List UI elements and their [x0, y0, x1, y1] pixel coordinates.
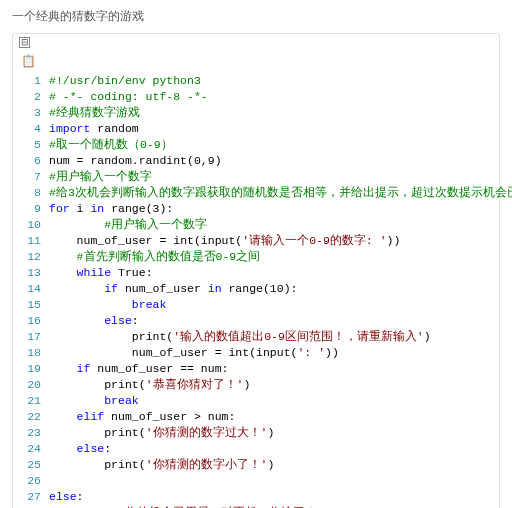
code-line: 26: [13, 473, 499, 489]
code-line: 16 else:: [13, 313, 499, 329]
code-toolbar-copy: 📋: [13, 51, 499, 71]
line-number: 1: [13, 73, 49, 89]
code-line: 24 else:: [13, 441, 499, 457]
code-line: 27else:: [13, 489, 499, 505]
line-number: 20: [13, 377, 49, 393]
code-line: 21 break: [13, 393, 499, 409]
copy-icon[interactable]: 📋: [19, 54, 36, 68]
line-number: 11: [13, 233, 49, 249]
code-line: 20 print('恭喜你猜对了！'): [13, 377, 499, 393]
line-code: while True:: [49, 265, 499, 281]
code-lines: 1#!/usr/bin/env python32# -*- coding: ut…: [13, 71, 499, 508]
line-number: 14: [13, 281, 49, 297]
line-code: import random: [49, 121, 499, 137]
code-line: 25 print('你猜测的数字小了！'): [13, 457, 499, 473]
code-line: 14 if num_of_user in range(10):: [13, 281, 499, 297]
line-code: #取一个随机数（0-9）: [49, 137, 499, 153]
line-number: 25: [13, 457, 49, 473]
code-line: 19 if num_of_user == num:: [13, 361, 499, 377]
line-code: # -*- coding: utf-8 -*-: [49, 89, 499, 105]
code-line: 15 break: [13, 297, 499, 313]
code-line: 9for i in range(3):: [13, 201, 499, 217]
code-block: ⊟ 📋 1#!/usr/bin/env python32# -*- coding…: [12, 33, 500, 508]
code-line: 11 num_of_user = int(input('请输入一个0-9的数字:…: [13, 233, 499, 249]
line-code: print('输入的数值超出0-9区间范围！，请重新输入'): [49, 329, 499, 345]
line-number: 24: [13, 441, 49, 457]
collapse-icon[interactable]: ⊟: [19, 37, 30, 48]
line-number: 2: [13, 89, 49, 105]
line-code: num_of_user = int(input(': ')): [49, 345, 499, 361]
line-code: if num_of_user == num:: [49, 361, 499, 377]
line-code: [49, 473, 499, 489]
code-line: 6num = random.randint(0,9): [13, 153, 499, 169]
line-number: 5: [13, 137, 49, 153]
line-number: 17: [13, 329, 49, 345]
line-number: 7: [13, 169, 49, 185]
line-number: 18: [13, 345, 49, 361]
line-code: break: [49, 297, 499, 313]
line-code: elif num_of_user > num:: [49, 409, 499, 425]
code-line: 2# -*- coding: utf-8 -*-: [13, 89, 499, 105]
code-line: 5#取一个随机数（0-9）: [13, 137, 499, 153]
code-line: 18 num_of_user = int(input(': ')): [13, 345, 499, 361]
line-code: else:: [49, 441, 499, 457]
line-number: 12: [13, 249, 49, 265]
line-code: num = random.randint(0,9): [49, 153, 499, 169]
code-line: 1#!/usr/bin/env python3: [13, 73, 499, 89]
code-line: 8#给3次机会判断输入的数字跟获取的随机数是否相等，并给出提示，超过次数提示机会…: [13, 185, 499, 201]
line-number: 23: [13, 425, 49, 441]
line-number: 13: [13, 265, 49, 281]
line-code: print('你猜测的数字过大！'): [49, 425, 499, 441]
line-number: 16: [13, 313, 49, 329]
code-line: 7#用户输入一个数字: [13, 169, 499, 185]
line-code: #经典猜数字游戏: [49, 105, 499, 121]
code-line: 3#经典猜数字游戏: [13, 105, 499, 121]
code-line: 10 #用户输入一个数字: [13, 217, 499, 233]
code-line: 12 #首先判断输入的数值是否0-9之间: [13, 249, 499, 265]
line-number: 10: [13, 217, 49, 233]
line-code: if num_of_user in range(10):: [49, 281, 499, 297]
line-number: 15: [13, 297, 49, 313]
line-code: else:: [49, 489, 499, 505]
code-line: 23 print('你猜测的数字过大！'): [13, 425, 499, 441]
line-code: num_of_user = int(input('请输入一个0-9的数字: ')…: [49, 233, 499, 249]
line-number: 4: [13, 121, 49, 137]
line-code: print('恭喜你猜对了！'): [49, 377, 499, 393]
code-line: 4import random: [13, 121, 499, 137]
line-number: 21: [13, 393, 49, 409]
code-toolbar: ⊟: [13, 34, 499, 51]
line-code: break: [49, 393, 499, 409]
line-code: print('你猜测的数字小了！'): [49, 457, 499, 473]
line-number: 22: [13, 409, 49, 425]
line-code: #给3次机会判断输入的数字跟获取的随机数是否相等，并给出提示，超过次数提示机会已…: [49, 185, 512, 201]
code-line: 22 elif num_of_user > num:: [13, 409, 499, 425]
line-number: 6: [13, 153, 49, 169]
line-code: #!/usr/bin/env python3: [49, 73, 499, 89]
line-number: 27: [13, 489, 49, 505]
page-title: 一个经典的猜数字的游戏: [12, 8, 500, 25]
line-code: #首先判断输入的数值是否0-9之间: [49, 249, 499, 265]
line-code: for i in range(3):: [49, 201, 499, 217]
line-number: 19: [13, 361, 49, 377]
code-line: 13 while True:: [13, 265, 499, 281]
line-number: 3: [13, 105, 49, 121]
code-line: 17 print('输入的数值超出0-9区间范围！，请重新输入'): [13, 329, 499, 345]
line-code: else:: [49, 313, 499, 329]
line-number: 26: [13, 473, 49, 489]
line-code: #用户输入一个数字: [49, 217, 499, 233]
line-number: 9: [13, 201, 49, 217]
line-code: #用户输入一个数字: [49, 169, 499, 185]
line-number: 8: [13, 185, 49, 201]
